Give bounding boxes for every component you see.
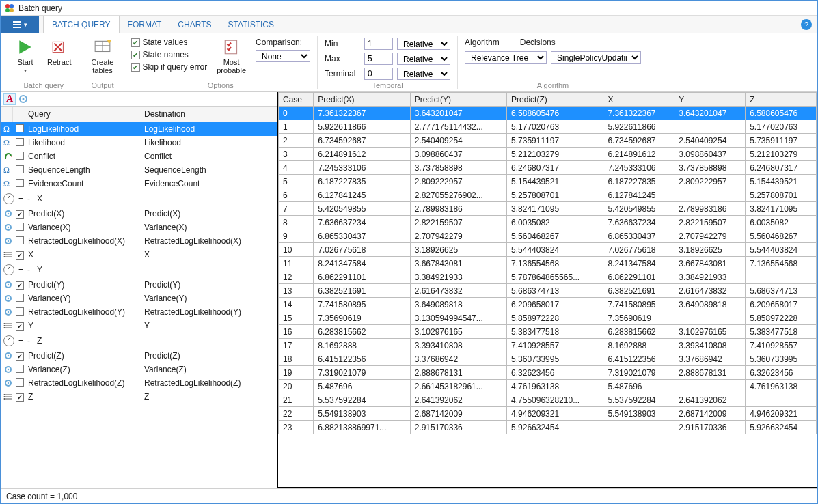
terminal-mode-select[interactable]: Relative [397,68,450,80]
column-header[interactable]: Predict(X) [314,93,410,107]
query-row[interactable]: YY [1,319,277,333]
skip-if-error-checkbox[interactable]: Skip if query error [131,62,208,72]
query-row[interactable]: ΩLikelihoodLikelihood [1,136,277,150]
table-row[interactable]: 205.4876962.661453182961...4.7619631385.… [279,380,817,393]
table-row[interactable]: 166.2838156623.1029761655.3834775186.283… [279,325,817,339]
collapse-icon[interactable]: ˄ [3,193,14,204]
query-row[interactable]: ZZ [1,390,277,404]
most-probable-button[interactable]: Most probable [214,36,249,76]
column-header[interactable]: Y [674,93,746,107]
start-button[interactable]: Start ▾ [13,36,38,75]
tab-format[interactable]: FORMAT [120,16,170,33]
query-checkbox[interactable] [16,251,24,260]
file-menu-button[interactable]: ▾ [1,16,39,33]
table-row[interactable]: 107.0267756183.189266255.5444038247.0267… [279,243,817,257]
table-row[interactable]: 75.4205498552.7899831863.8241710955.4205… [279,202,817,216]
collapse-icon[interactable]: ˄ [3,335,14,346]
query-row[interactable]: Predict(Y)Predict(Y) [1,278,277,292]
query-checkbox[interactable] [16,236,24,244]
query-row[interactable]: Variance(Z)Variance(Z) [1,363,277,376]
table-row[interactable]: 197.3190210792.8886781316.326234567.3190… [279,366,817,380]
results-table-wrap[interactable]: CasePredict(X)Predict(Y)Predict(Z)XYZ 07… [278,92,817,488]
query-checkbox[interactable] [16,124,24,132]
table-row[interactable]: 178.16928883.3934108087.4109285578.16928… [279,339,817,352]
create-tables-button[interactable]: Create tables [88,36,116,76]
destination-col-header[interactable]: Destination [141,107,264,122]
query-checkbox[interactable] [16,378,24,387]
minus-button[interactable]: - [27,194,30,204]
table-row[interactable]: 96.8653304372.7079422795.5604682676.8653… [279,229,817,243]
plus-button[interactable]: + [18,194,23,204]
query-row[interactable]: RetractedLogLikelihood(Y)RetractedLogLik… [1,305,277,319]
table-row[interactable]: 66.1278412452.827055276902...5.257808701… [279,188,817,202]
table-row[interactable]: 47.2453331063.7378588986.2468073177.2453… [279,161,817,175]
collapse-icon[interactable]: ˄ [3,264,14,275]
query-row[interactable]: Variance(Y)Variance(Y) [1,292,277,305]
table-row[interactable]: 26.7345926872.5404092545.7359111976.7345… [279,134,817,148]
tab-batch-query[interactable]: BATCH QUERY [43,16,120,33]
plus-button[interactable]: + [18,336,23,346]
table-row[interactable]: 36.2148916123.0988604375.2121032796.2148… [279,148,817,161]
comparison-select[interactable]: None [256,50,310,62]
query-row[interactable]: Variance(X)Variance(X) [1,221,277,234]
column-header[interactable]: Z [746,93,817,107]
table-row[interactable]: 126.8622911013.3849219335.787864865565..… [279,270,817,284]
minus-button[interactable]: - [27,336,30,346]
query-row[interactable]: RetractedLogLikelihood(X)RetractedLogLik… [1,234,277,248]
table-row[interactable]: 236.882138869971...2.9151703365.92663245… [279,421,817,434]
max-input[interactable] [364,53,393,65]
algorithm-select[interactable]: Relevance Tree [465,51,547,64]
state-names-checkbox[interactable]: State names [131,50,208,59]
query-checkbox[interactable] [16,322,24,331]
table-row[interactable]: 136.3825216912.6164738325.6863747136.382… [279,284,817,298]
query-checkbox[interactable] [16,179,24,187]
table-row[interactable]: 15.9226118662.777175114432...5.177020763… [279,120,817,134]
query-checkbox[interactable] [16,281,24,290]
query-row[interactable]: Predict(X)Predict(X) [1,207,277,221]
column-header[interactable]: Case [279,93,314,107]
decisions-select[interactable]: SinglePolicyUpdating [551,51,641,64]
tab-charts[interactable]: CHARTS [169,16,219,33]
query-checkbox[interactable] [16,152,24,160]
plus-button[interactable]: + [18,265,23,275]
query-checkbox[interactable] [16,365,24,373]
min-input[interactable] [364,38,393,50]
query-row[interactable]: ΩSequenceLengthSequenceLength [1,163,277,177]
table-row[interactable]: 56.1872278352.8092229575.1544395216.1872… [279,175,817,188]
query-checkbox[interactable] [16,307,24,316]
column-header[interactable]: Predict(Y) [410,93,506,107]
table-row[interactable]: 07.3613223673.6432010476.5886054767.3613… [279,107,817,120]
column-header[interactable]: X [603,93,674,107]
gear-icon[interactable] [18,94,28,104]
query-row[interactable]: RetractedLogLikelihood(Z)RetractedLogLik… [1,376,277,390]
terminal-input[interactable] [364,68,393,80]
query-checkbox[interactable] [16,352,24,361]
table-row[interactable]: 157.356906193.130594994547...5.858972228… [279,311,817,325]
state-values-checkbox[interactable]: State values [131,38,208,47]
minus-button[interactable]: - [27,265,30,275]
query-checkbox[interactable] [16,165,24,173]
table-row[interactable]: 147.7415808953.6490898186.2096580177.741… [279,298,817,311]
font-a-icon[interactable]: A [3,93,16,105]
min-mode-select[interactable]: Relative [397,38,450,50]
query-row[interactable]: ΩLogLikelihoodLogLikelihood [1,122,277,136]
query-checkbox[interactable] [16,223,24,231]
column-header[interactable]: Predict(Z) [507,93,603,107]
query-checkbox[interactable] [16,294,24,302]
table-row[interactable]: 87.6366372342.8221595076.00350827.636637… [279,216,817,229]
query-checkbox[interactable] [16,393,24,402]
query-row[interactable]: ΩEvidenceCountEvidenceCount [1,177,277,191]
help-icon[interactable]: ? [801,19,812,30]
table-row[interactable]: 215.5375922842.6413920624.755096328210..… [279,393,817,407]
query-checkbox[interactable] [16,210,24,219]
table-row[interactable]: 225.5491389032.6871420094.9462093215.549… [279,407,817,421]
query-row[interactable]: ConflictConflict [1,150,277,163]
query-checkbox[interactable] [16,138,24,146]
max-mode-select[interactable]: Relative [397,53,450,65]
query-col-header[interactable]: Query [25,107,141,122]
tab-statistics[interactable]: STATISTICS [219,16,282,33]
table-row[interactable]: 186.4151223563.376869425.3607339956.4151… [279,352,817,366]
retract-button[interactable]: Retract [44,36,74,68]
query-row[interactable]: XX [1,248,277,262]
query-row[interactable]: Predict(Z)Predict(Z) [1,349,277,363]
